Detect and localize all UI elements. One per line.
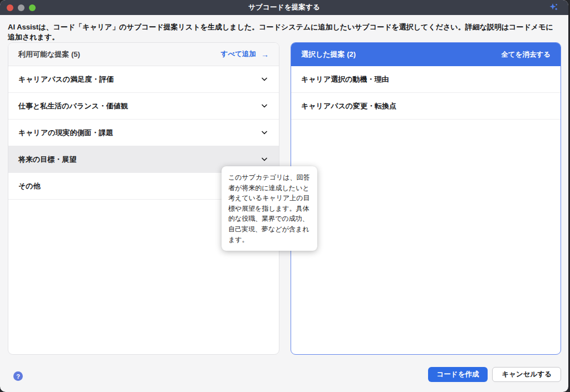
suggestion-label: その他	[18, 181, 41, 191]
footer-buttons: コードを作成 キャンセルする	[428, 367, 561, 382]
suggestion-row[interactable]: キャリアパスの満足度・評価	[8, 66, 279, 93]
selected-suggestions-panel: 選択した提案 (2) 全てを消去する キャリア選択の動機・理由 キャリアパスの変…	[291, 42, 561, 355]
selected-label: キャリア選択の動機・理由	[301, 75, 389, 85]
available-panel-header: 利用可能な提案 (5) すべて追加 →	[8, 43, 279, 66]
selected-panel-header: 選択した提案 (2) 全てを消去する	[291, 43, 561, 66]
suggestion-row[interactable]: 仕事と私生活のバランス・価値観	[8, 93, 279, 120]
zoom-window-button[interactable]	[29, 4, 36, 11]
ai-assist-sparkle-icon	[549, 3, 558, 12]
add-all-button[interactable]: すべて追加 →	[221, 49, 269, 59]
suggestion-label: キャリアパスの満足度・評価	[18, 75, 114, 85]
selected-label: キャリアパスの変更・転換点	[301, 101, 396, 111]
dialog-window: サブコードを提案する AI Assistは、コード「キャリア」のサブコード提案リ…	[0, 0, 568, 392]
suggestion-label: キャリアの現実的側面・課題	[18, 128, 114, 138]
selected-row[interactable]: キャリアパスの変更・転換点	[291, 93, 561, 120]
available-panel-title: 利用可能な提案 (5)	[18, 49, 80, 59]
suggestion-label: 仕事と私生活のバランス・価値観	[18, 101, 128, 111]
chevron-down-icon[interactable]	[261, 104, 268, 108]
chevron-down-icon[interactable]	[261, 157, 268, 162]
clear-all-label: 全てを消去する	[501, 50, 551, 59]
selected-row[interactable]: キャリア選択の動機・理由	[291, 66, 561, 93]
dialog-description: AI Assistは、コード「キャリア」のサブコード提案リストを生成しました。コ…	[8, 22, 559, 42]
suggestion-tooltip: このサブカテゴリは、回答者が将来的に達成したいと考えているキャリア上の目標や展望…	[222, 166, 317, 251]
arrow-right-icon: →	[261, 51, 269, 58]
cancel-button[interactable]: キャンセルする	[492, 367, 561, 382]
suggestion-row[interactable]: キャリアの現実的側面・課題	[8, 120, 279, 146]
clear-all-button[interactable]: 全てを消去する	[501, 50, 551, 59]
chevron-down-icon[interactable]	[261, 77, 268, 82]
create-code-button[interactable]: コードを作成	[428, 367, 488, 382]
close-window-button[interactable]	[7, 4, 13, 11]
chevron-down-icon[interactable]	[261, 131, 268, 135]
traffic-lights	[7, 0, 36, 15]
title-bar: サブコードを提案する	[0, 0, 568, 15]
suggestion-label: 将来の目標・展望	[18, 155, 76, 165]
help-button[interactable]: ?	[13, 371, 23, 381]
minimize-window-button	[18, 4, 24, 11]
add-all-label: すべて追加	[221, 49, 256, 59]
selected-panel-title: 選択した提案 (2)	[301, 49, 356, 59]
window-title: サブコードを提案する	[248, 3, 320, 12]
